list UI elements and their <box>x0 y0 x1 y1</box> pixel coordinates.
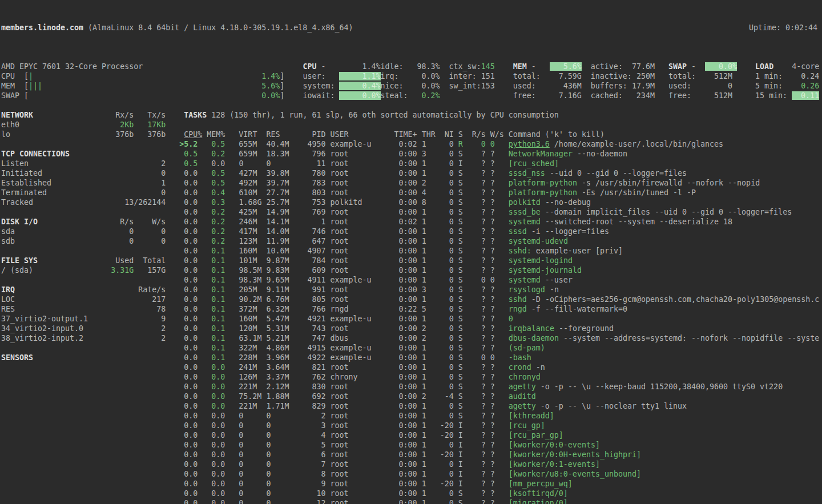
cell-res[interactable]: 9.65M <box>266 276 293 284</box>
cell-command[interactable]: systemd-journald <box>509 266 582 275</box>
cell-command-args[interactable]: --uid 0 --gid 0 --logger=files <box>545 169 687 178</box>
cell-thr[interactable]: 1 <box>422 450 431 459</box>
cell-user[interactable]: dbus <box>331 334 376 342</box>
cell-thr[interactable]: 1 <box>422 266 431 275</box>
cell-user[interactable]: root <box>331 150 376 158</box>
cell-virt[interactable]: 221M <box>239 402 266 410</box>
cell-io-read[interactable]: ? <box>463 344 486 352</box>
cell-nice[interactable]: -4 <box>431 392 454 401</box>
cell-command-args[interactable]: -n <box>545 285 559 294</box>
cell-thr[interactable]: 1 <box>422 441 431 449</box>
cell-thr[interactable]: 1 <box>422 382 431 391</box>
cell-res[interactable]: 6.32M <box>266 305 293 313</box>
process-row-line[interactable]: 0.0 0.0 0 0 6 root 0:00 1 -20 I ? ? [kwo… <box>1 450 822 459</box>
cell-thr[interactable]: 1 <box>422 159 431 168</box>
cell-nice[interactable]: 0 <box>431 460 454 469</box>
cell-time[interactable]: 0:00 <box>376 247 417 255</box>
cell-time[interactable]: 0:00 <box>376 159 417 168</box>
cell-io-write[interactable]: 0 <box>486 140 495 148</box>
cell-thr[interactable]: 2 <box>422 334 431 342</box>
cell-io-read[interactable]: ? <box>463 431 486 440</box>
cell-pid[interactable]: 783 <box>293 179 325 187</box>
cell-pid[interactable]: 762 <box>293 373 325 381</box>
cell-virt[interactable]: 610M <box>239 188 266 197</box>
cell-state[interactable]: S <box>458 382 463 391</box>
cell-nice[interactable]: 0 <box>431 305 454 313</box>
cell-thr[interactable]: 1 <box>422 402 431 410</box>
cell-time[interactable]: 0:00 <box>376 479 417 488</box>
cell-cpu-pct[interactable]: 0.0 <box>184 256 198 265</box>
cell-nice[interactable]: -20 <box>431 421 454 430</box>
cell-command[interactable]: NetworkManager <box>509 150 573 158</box>
cell-nice[interactable]: 0 <box>431 402 454 410</box>
cell-command-args[interactable]: -n <box>531 363 545 372</box>
cell-res[interactable]: 4.86M <box>266 344 293 352</box>
cell-thr[interactable]: 3 <box>422 285 431 294</box>
cell-io-read[interactable]: ? <box>463 392 486 401</box>
cell-time[interactable]: 0:00 <box>376 256 417 265</box>
cell-user[interactable]: example-u <box>331 315 376 323</box>
cell-io-read[interactable]: ? <box>463 421 486 430</box>
cell-command[interactable]: [rcu_par_gp] <box>509 431 563 440</box>
cell-user[interactable]: example-u <box>331 276 376 284</box>
cell-pid[interactable]: 805 <box>293 295 325 304</box>
cell-command[interactable]: [kworker/0:0-events] <box>509 441 600 449</box>
cell-pid[interactable]: 803 <box>293 188 325 197</box>
cell-thr[interactable]: 1 <box>422 353 431 362</box>
column-header-state[interactable]: S <box>458 130 463 139</box>
cell-time[interactable]: 0:00 <box>376 150 417 158</box>
cell-cpu-pct[interactable]: 0.5 <box>184 159 198 168</box>
cell-command[interactable]: irqbalance <box>509 324 554 333</box>
process-row-line[interactable]: 34_virtio2-input.0 2 0.0 0.1 120M 5.31M … <box>1 324 822 333</box>
process-row-line[interactable]: / (sda) 3.31G 157G 0.0 0.1 98.5M 9.83M 6… <box>1 265 822 275</box>
cell-pid[interactable]: 3 <box>293 421 325 430</box>
cell-virt[interactable]: 0 <box>239 412 266 420</box>
cell-res[interactable]: 5.21M <box>266 334 293 342</box>
cell-cpu-pct[interactable]: 0.0 <box>184 315 198 323</box>
cell-io-write[interactable]: ? <box>486 499 495 504</box>
cell-user[interactable]: example-u <box>331 344 376 352</box>
cell-time[interactable]: 0:00 <box>376 324 417 333</box>
cell-nice[interactable]: 0 <box>431 334 454 342</box>
cell-state[interactable]: S <box>458 489 463 498</box>
cell-virt[interactable]: 228M <box>239 353 266 362</box>
cell-state[interactable]: S <box>458 217 463 226</box>
cell-cpu-pct[interactable]: 0.0 <box>184 266 198 275</box>
cell-res[interactable]: 0 <box>266 489 293 498</box>
cell-res[interactable]: 0 <box>266 460 293 469</box>
cell-state[interactable]: I <box>458 431 463 440</box>
cell-virt[interactable]: 0 <box>239 470 266 478</box>
cell-io-read[interactable]: ? <box>463 208 486 216</box>
process-row-line[interactable]: 0.0 0.0 221M 1.71M 829 root 0:00 1 0 S ?… <box>1 401 822 411</box>
cell-mem-pct[interactable]: 0.1 <box>198 324 225 333</box>
cell-thr[interactable]: 3 <box>422 150 431 158</box>
cell-command[interactable]: polkitd <box>509 198 541 207</box>
cell-virt[interactable]: 126M <box>239 373 266 381</box>
cell-pid[interactable]: 796 <box>293 150 325 158</box>
cell-mem-pct[interactable]: 0.1 <box>198 276 225 284</box>
cell-io-write[interactable]: ? <box>486 324 495 333</box>
cell-user[interactable]: root <box>331 450 376 459</box>
cell-command-args[interactable]: --no-daemon <box>573 150 627 158</box>
cell-state[interactable]: S <box>458 266 463 275</box>
cell-command[interactable]: dbus-daemon <box>509 334 559 342</box>
cell-user[interactable]: root <box>331 402 376 410</box>
cell-res[interactable]: 0 <box>266 470 293 478</box>
cell-command-args[interactable]: --domain implicit_files --uid 0 --gid 0 … <box>541 208 792 216</box>
cell-io-read[interactable]: ? <box>463 412 486 420</box>
process-row-line[interactable]: TCP CONNECTIONS 0.5 0.2 659M 18.3M 796 r… <box>1 149 822 159</box>
cell-virt[interactable]: 160M <box>239 315 266 323</box>
cell-nice[interactable]: 0 <box>431 412 454 420</box>
cell-thr[interactable]: 2 <box>422 324 431 333</box>
cell-io-read[interactable]: ? <box>463 159 486 168</box>
cell-nice[interactable]: 0 <box>431 237 454 245</box>
process-row-line[interactable]: DISK I/O R/s W/s 0.0 0.2 246M 14.1M 1 ro… <box>1 217 822 227</box>
cell-res[interactable]: 1.71M <box>266 402 293 410</box>
cell-cpu-pct[interactable]: 0.5 <box>184 150 198 158</box>
cell-thr[interactable]: 1 <box>422 140 431 148</box>
cell-io-write[interactable]: ? <box>486 198 495 207</box>
cell-time[interactable]: 0:00 <box>376 373 417 381</box>
cell-time[interactable]: 0:00 <box>376 276 417 284</box>
cell-user[interactable]: root <box>331 169 376 178</box>
cell-user[interactable]: root <box>331 382 376 391</box>
